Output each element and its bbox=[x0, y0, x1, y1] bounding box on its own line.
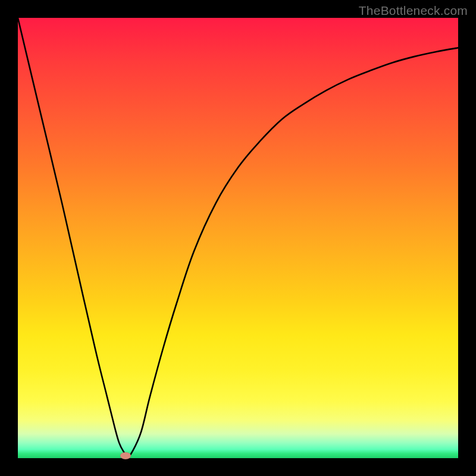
curve-svg bbox=[18, 18, 458, 458]
optimal-point-marker bbox=[120, 452, 131, 459]
plot-area bbox=[18, 18, 458, 458]
watermark-text: TheBottleneck.com bbox=[359, 4, 468, 18]
chart-frame: TheBottleneck.com bbox=[0, 0, 476, 476]
bottleneck-curve-path bbox=[18, 18, 458, 456]
